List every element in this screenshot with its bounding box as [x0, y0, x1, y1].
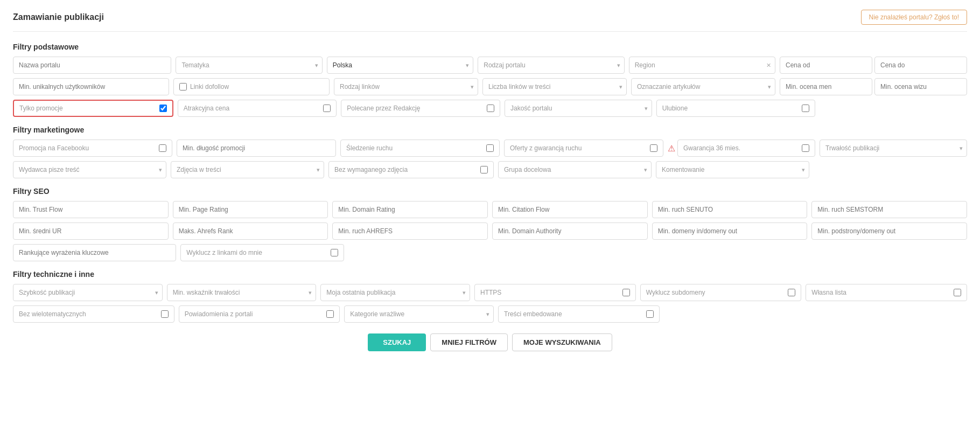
gwarancja-ruchu-checkbox[interactable]: Oferty z gwarancją ruchu [504, 140, 663, 157]
price-range-wrapper [780, 57, 967, 74]
sledzenie-ruchu-check[interactable] [486, 144, 494, 152]
min-domain-authority-input[interactable] [492, 222, 648, 240]
empty-basic-3 [820, 100, 967, 117]
tematyka-wrapper: Tematyka [176, 57, 322, 74]
empty-tech-2 [817, 305, 967, 323]
min-sredni-ur-input[interactable] [13, 222, 169, 240]
min-ocena-men-input[interactable] [780, 78, 872, 95]
ulubione-checkbox[interactable]: Ulubione [656, 100, 816, 117]
min-wskaznik-select[interactable]: Min. wskaźnik trwałości [167, 284, 317, 301]
wyklucz-linki-checkbox[interactable]: Wyklucz z linkami do mnie [180, 244, 344, 261]
bez-wielotematycznych-check[interactable] [161, 310, 169, 318]
powiadomienia-checkbox[interactable]: Powiadomienia z portali [179, 305, 340, 323]
cena-od-input[interactable] [780, 57, 872, 74]
gwarancja-ruchu-check[interactable] [650, 144, 657, 152]
less-filters-button[interactable]: MNIEJ FILTRÓW [430, 333, 508, 351]
wyklucz-linki-check[interactable] [331, 249, 338, 256]
moja-ostatnia-select[interactable]: Moja ostatnia publikacja [320, 284, 470, 301]
wyklucz-subdomeny-check[interactable] [788, 289, 795, 296]
ulubione-check[interactable] [802, 105, 809, 112]
jakosc-wrapper: Jakość portalu [505, 100, 652, 117]
empty-seo-1 [348, 244, 500, 261]
tematyka-select[interactable]: Tematyka [176, 57, 322, 74]
oznaczanie-select[interactable]: Oznaczanie artykułów [631, 78, 775, 95]
portal-name-input[interactable] [13, 57, 171, 74]
bez-wielotematycznych-label: Bez wielotematycznych [19, 310, 86, 318]
gwarancja-36-checkbox[interactable]: Gwarancja 36 mies. [677, 140, 815, 157]
bottom-buttons: SZUKAJ MNIEJ FILTRÓW MOJE WYSZUKIWANIA [13, 333, 967, 351]
report-button[interactable]: Nie znalazłeś portalu? Zgłoś to! [861, 10, 967, 25]
atrakcyjna-cena-checkbox[interactable]: Atrakcyjna cena [178, 100, 337, 117]
region-select[interactable]: Region [629, 57, 775, 74]
my-searches-button[interactable]: MOJE WYSZUKIWANIA [512, 333, 612, 351]
technical-row-2: Bez wielotematycznych Powiadomienia z po… [13, 305, 967, 323]
jakosc-portalu-select[interactable]: Jakość portalu [505, 100, 652, 117]
https-check[interactable] [622, 289, 630, 296]
gwarancja-36-wrapper: ⚠ Gwarancja 36 mies. [668, 140, 815, 157]
seo-row-2 [13, 222, 967, 240]
min-trust-flow-input[interactable] [13, 201, 169, 218]
min-unique-users-input[interactable] [13, 78, 169, 95]
min-ocena-wizu-input[interactable] [874, 78, 967, 95]
oznaczanie-wrapper: Oznaczanie artykułów [631, 78, 775, 95]
liczba-linkow-select[interactable]: Liczba linków w treści [482, 78, 627, 95]
min-ruch-semstorm-input[interactable] [811, 201, 967, 218]
zdjecia-select[interactable]: Zdjęcia w treści [171, 161, 324, 178]
trwalosc-wrapper: Trwałość publikacji [820, 140, 967, 157]
cena-do-input[interactable] [874, 57, 967, 74]
page-wrapper: Zamawianie publikacji Nie znalazłeś port… [0, 0, 980, 445]
section-marketing-filters: Filtry marketingowe [13, 126, 967, 134]
wydawca-pisze-select[interactable]: Wydawca pisze treść [13, 161, 166, 178]
search-button[interactable]: SZUKAJ [368, 333, 426, 351]
promocja-facebook-checkbox[interactable]: Promocja na Facebooku [13, 140, 172, 157]
wyklucz-subdomeny-checkbox[interactable]: Wyklucz subdomeny [640, 284, 802, 301]
rodzaj-portalu-select[interactable]: Rodzaj portalu [478, 57, 624, 74]
promocja-facebook-check[interactable] [159, 144, 166, 152]
bez-wielotematycznych-checkbox[interactable]: Bez wielotematycznych [13, 305, 174, 323]
rankujace-input[interactable] [13, 244, 176, 261]
linki-dofollow-check[interactable] [179, 83, 187, 91]
min-ruch-ahrefs-input[interactable] [332, 222, 488, 240]
kategorie-wrazliwe-select[interactable]: Kategorie wrażliwe [344, 305, 494, 323]
min-page-rating-input[interactable] [173, 201, 328, 218]
wlasna-lista-check[interactable] [954, 289, 961, 296]
linki-dofollow-checkbox[interactable]: Linki dofollow [173, 78, 330, 95]
min-dlugosc-input[interactable] [177, 140, 336, 157]
atrakcyjna-cena-label: Atrakcyjna cena [184, 105, 229, 112]
gwarancja-36-check[interactable] [802, 144, 809, 152]
maks-ahrefs-input[interactable] [173, 222, 328, 240]
min-domain-rating-input[interactable] [332, 201, 488, 218]
szybkosc-select[interactable]: Szybkość publikacji [13, 284, 163, 301]
sledzenie-ruchu-checkbox[interactable]: Śledzenie ruchu [340, 140, 500, 157]
min-podstrony-input[interactable] [811, 222, 967, 240]
marketing-row-1: Promocja na Facebooku Śledzenie ruchu Of… [13, 140, 967, 157]
bez-zdjecia-check[interactable] [480, 166, 488, 173]
polska-select[interactable]: Polska [327, 57, 473, 74]
bez-zdjecia-checkbox[interactable]: Bez wymaganego zdjęcia [328, 161, 494, 178]
tresci-embedowane-check[interactable] [646, 310, 654, 318]
wyklucz-linki-label: Wyklucz z linkami do mnie [186, 249, 262, 256]
min-citation-flow-input[interactable] [492, 201, 648, 218]
kategorie-wrapper: Kategorie wrażliwe [344, 305, 494, 323]
min-wskaznik-wrapper: Min. wskaźnik trwałości [167, 284, 317, 301]
polecane-redakcja-check[interactable] [487, 105, 494, 112]
section-seo-filters: Filtry SEO [13, 187, 967, 196]
grupa-docelowa-select[interactable]: Grupa docelowa [498, 161, 652, 178]
tylko-promocje-label: Tylko promocje [19, 105, 63, 112]
empty-marketing-2 [814, 161, 967, 178]
https-checkbox[interactable]: HTTPS [474, 284, 636, 301]
polecane-redakcja-checkbox[interactable]: Polecane przez Redakcję [341, 100, 500, 117]
wlasna-lista-checkbox[interactable]: Własna lista [806, 284, 967, 301]
seo-row-1 [13, 201, 967, 218]
min-domeny-input[interactable] [652, 222, 808, 240]
atrakcyjna-cena-check[interactable] [323, 105, 331, 112]
rodzaj-linkow-select[interactable]: Rodzaj linków [334, 78, 478, 95]
powiadomienia-check[interactable] [326, 310, 334, 318]
tylko-promocje-checkbox[interactable]: Tylko promocje [13, 100, 173, 117]
trwalosc-select[interactable]: Trwałość publikacji [820, 140, 967, 157]
komentowanie-select[interactable]: Komentowanie [656, 161, 809, 178]
min-ruch-senuto-input[interactable] [652, 201, 808, 218]
tylko-promocje-check[interactable] [159, 105, 167, 112]
gwarancja-36-label: Gwarancja 36 mies. [683, 144, 740, 152]
tresci-embedowane-checkbox[interactable]: Treści embedowane [498, 305, 660, 323]
